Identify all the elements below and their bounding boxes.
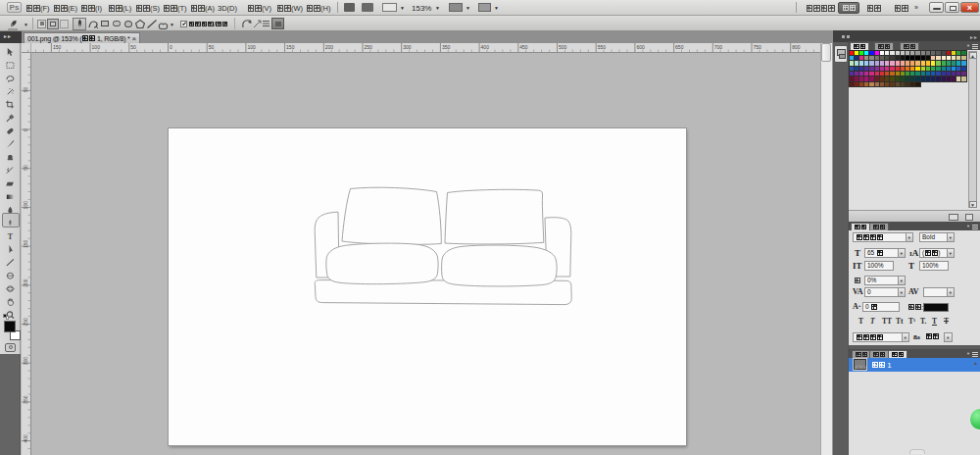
svg-text:50: 50 <box>209 44 215 50</box>
svg-text:300: 300 <box>403 44 412 50</box>
svg-text:350: 350 <box>23 395 28 404</box>
svg-text:250: 250 <box>23 317 28 326</box>
svg-text:650: 650 <box>675 44 684 50</box>
svg-text:700: 700 <box>714 44 723 50</box>
svg-text:350: 350 <box>442 44 451 50</box>
svg-text:300: 300 <box>23 356 28 365</box>
svg-text:450: 450 <box>519 44 528 50</box>
svg-text:0: 0 <box>170 44 172 50</box>
svg-text:400: 400 <box>23 434 28 443</box>
svg-text:800: 800 <box>792 44 801 50</box>
svg-text:750: 750 <box>754 44 762 50</box>
svg-text:500: 500 <box>559 44 567 50</box>
svg-text:150: 150 <box>53 44 62 50</box>
svg-text:50: 50 <box>23 164 28 170</box>
svg-text:100: 100 <box>23 200 28 209</box>
svg-text:100: 100 <box>92 44 101 50</box>
svg-text:200: 200 <box>325 44 334 50</box>
svg-text:150: 150 <box>286 44 295 50</box>
svg-text:150: 150 <box>23 239 28 248</box>
svg-text:250: 250 <box>365 44 373 50</box>
svg-text:50: 50 <box>23 86 28 92</box>
svg-text:400: 400 <box>481 44 490 50</box>
svg-text:T: T <box>8 232 14 241</box>
svg-text:0: 0 <box>23 128 28 131</box>
svg-text:550: 550 <box>598 44 607 50</box>
svg-text:50: 50 <box>130 44 136 50</box>
svg-text:600: 600 <box>636 44 645 50</box>
svg-text:100: 100 <box>247 44 256 50</box>
svg-text:200: 200 <box>23 278 28 287</box>
